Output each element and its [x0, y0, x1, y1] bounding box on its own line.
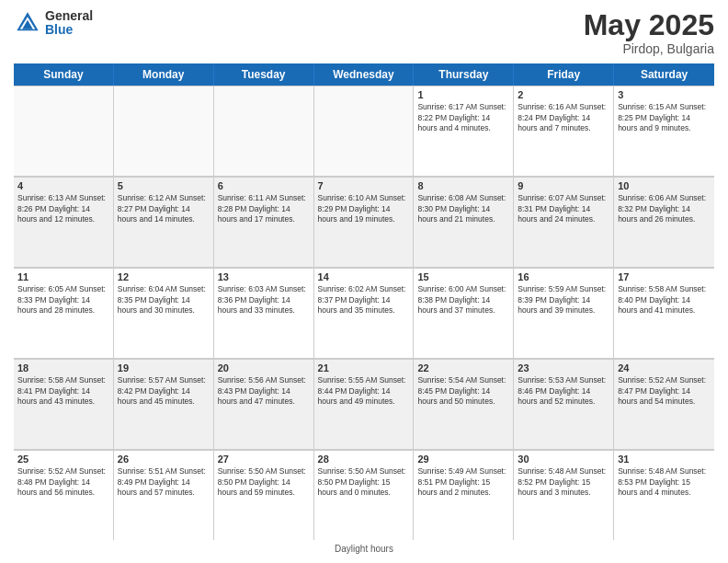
calendar-cell: 11Sunrise: 6:05 AM Sunset: 8:33 PM Dayli…	[14, 268, 114, 358]
calendar-cell: 25Sunrise: 5:52 AM Sunset: 8:48 PM Dayli…	[14, 450, 114, 540]
calendar-cell: 27Sunrise: 5:50 AM Sunset: 8:50 PM Dayli…	[214, 450, 314, 540]
day-number: 16	[518, 271, 609, 282]
calendar-cell: 9Sunrise: 6:07 AM Sunset: 8:31 PM Daylig…	[514, 177, 614, 267]
day-number: 5	[118, 180, 210, 191]
cell-text: Sunrise: 5:49 AM Sunset: 8:51 PM Dayligh…	[417, 466, 509, 498]
cell-text: Sunrise: 5:52 AM Sunset: 8:48 PM Dayligh…	[17, 466, 109, 498]
calendar-cell: 26Sunrise: 5:51 AM Sunset: 8:49 PM Dayli…	[114, 450, 214, 540]
day-number: 17	[618, 271, 711, 282]
logo: General Blue	[14, 9, 93, 38]
page-container: General Blue May 2025 Pirdop, Bulgaria S…	[0, 0, 728, 563]
weekday-header: Wednesday	[314, 63, 415, 86]
cell-text: Sunrise: 5:56 AM Sunset: 8:43 PM Dayligh…	[218, 375, 310, 407]
day-number: 21	[318, 362, 410, 373]
logo-icon	[14, 9, 41, 37]
day-number: 26	[118, 454, 210, 465]
calendar-cell: 19Sunrise: 5:57 AM Sunset: 8:42 PM Dayli…	[114, 359, 214, 449]
weekday-header: Monday	[114, 63, 214, 86]
cell-text: Sunrise: 5:55 AM Sunset: 8:44 PM Dayligh…	[318, 375, 410, 407]
calendar-cell: 21Sunrise: 5:55 AM Sunset: 8:44 PM Dayli…	[314, 359, 415, 449]
calendar-cell: 20Sunrise: 5:56 AM Sunset: 8:43 PM Dayli…	[214, 359, 314, 449]
day-number: 14	[318, 271, 410, 282]
calendar-cell: 28Sunrise: 5:50 AM Sunset: 8:50 PM Dayli…	[314, 450, 415, 540]
day-number: 28	[318, 454, 410, 465]
calendar-row: 18Sunrise: 5:58 AM Sunset: 8:41 PM Dayli…	[14, 359, 714, 450]
calendar-cell: 15Sunrise: 6:00 AM Sunset: 8:38 PM Dayli…	[414, 268, 514, 358]
calendar-cell: 2Sunrise: 6:16 AM Sunset: 8:24 PM Daylig…	[514, 86, 614, 176]
calendar-cell: 6Sunrise: 6:11 AM Sunset: 8:28 PM Daylig…	[214, 177, 314, 267]
logo-general-text: General	[45, 9, 93, 23]
calendar-row: 4Sunrise: 6:13 AM Sunset: 8:26 PM Daylig…	[14, 177, 714, 268]
day-number: 24	[618, 362, 711, 373]
day-number: 25	[17, 454, 109, 465]
calendar: SundayMondayTuesdayWednesdayThursdayFrid…	[14, 63, 714, 540]
footer-note: Daylight hours	[14, 544, 714, 554]
calendar-cell: 5Sunrise: 6:12 AM Sunset: 8:27 PM Daylig…	[114, 177, 214, 267]
day-number: 3	[618, 89, 711, 100]
cell-text: Sunrise: 5:48 AM Sunset: 8:53 PM Dayligh…	[618, 466, 711, 498]
cell-text: Sunrise: 5:58 AM Sunset: 8:41 PM Dayligh…	[17, 375, 109, 407]
cell-text: Sunrise: 6:12 AM Sunset: 8:27 PM Dayligh…	[118, 193, 210, 224]
calendar-cell: 31Sunrise: 5:48 AM Sunset: 8:53 PM Dayli…	[614, 450, 714, 540]
day-number: 20	[218, 362, 310, 373]
day-number: 15	[417, 271, 509, 282]
day-number: 9	[518, 180, 609, 191]
calendar-cell: 22Sunrise: 5:54 AM Sunset: 8:45 PM Dayli…	[414, 359, 514, 449]
day-number: 29	[417, 454, 509, 465]
cell-text: Sunrise: 5:50 AM Sunset: 8:50 PM Dayligh…	[218, 466, 310, 498]
day-number: 7	[318, 180, 410, 191]
calendar-cell: 30Sunrise: 5:48 AM Sunset: 8:52 PM Dayli…	[514, 450, 614, 540]
cell-text: Sunrise: 5:52 AM Sunset: 8:47 PM Dayligh…	[618, 375, 711, 407]
calendar-cell: 4Sunrise: 6:13 AM Sunset: 8:26 PM Daylig…	[14, 177, 114, 267]
day-number: 6	[218, 180, 310, 191]
empty-cell	[14, 86, 114, 176]
cell-text: Sunrise: 5:51 AM Sunset: 8:49 PM Dayligh…	[118, 466, 210, 498]
empty-cell	[114, 86, 214, 176]
day-number: 4	[17, 180, 109, 191]
cell-text: Sunrise: 6:07 AM Sunset: 8:31 PM Dayligh…	[518, 193, 609, 224]
header: General Blue May 2025 Pirdop, Bulgaria	[14, 9, 714, 56]
calendar-cell: 10Sunrise: 6:06 AM Sunset: 8:32 PM Dayli…	[614, 177, 714, 267]
calendar-cell: 17Sunrise: 5:58 AM Sunset: 8:40 PM Dayli…	[614, 268, 714, 358]
cell-text: Sunrise: 5:50 AM Sunset: 8:50 PM Dayligh…	[318, 466, 410, 498]
calendar-cell: 8Sunrise: 6:08 AM Sunset: 8:30 PM Daylig…	[414, 177, 514, 267]
cell-text: Sunrise: 5:59 AM Sunset: 8:39 PM Dayligh…	[518, 284, 609, 316]
logo-text: General Blue	[45, 9, 93, 38]
empty-cell	[314, 86, 415, 176]
calendar-row: 1Sunrise: 6:17 AM Sunset: 8:22 PM Daylig…	[14, 86, 714, 177]
day-number: 22	[417, 362, 509, 373]
day-number: 31	[618, 454, 711, 465]
day-number: 11	[17, 271, 109, 282]
calendar-cell: 14Sunrise: 6:02 AM Sunset: 8:37 PM Dayli…	[314, 268, 415, 358]
cell-text: Sunrise: 5:54 AM Sunset: 8:45 PM Dayligh…	[417, 375, 509, 407]
weekday-header: Tuesday	[214, 63, 314, 86]
cell-text: Sunrise: 6:17 AM Sunset: 8:22 PM Dayligh…	[417, 102, 509, 133]
cell-text: Sunrise: 6:15 AM Sunset: 8:25 PM Dayligh…	[618, 102, 711, 133]
cell-text: Sunrise: 5:48 AM Sunset: 8:52 PM Dayligh…	[518, 466, 609, 498]
calendar-cell: 12Sunrise: 6:04 AM Sunset: 8:35 PM Dayli…	[114, 268, 214, 358]
day-number: 8	[417, 180, 509, 191]
calendar-cell: 3Sunrise: 6:15 AM Sunset: 8:25 PM Daylig…	[614, 86, 714, 176]
day-number: 12	[118, 271, 210, 282]
cell-text: Sunrise: 5:58 AM Sunset: 8:40 PM Dayligh…	[618, 284, 711, 316]
logo-blue-text: Blue	[45, 23, 93, 37]
day-number: 23	[518, 362, 609, 373]
calendar-cell: 24Sunrise: 5:52 AM Sunset: 8:47 PM Dayli…	[614, 359, 714, 449]
cell-text: Sunrise: 6:16 AM Sunset: 8:24 PM Dayligh…	[518, 102, 609, 133]
cell-text: Sunrise: 5:53 AM Sunset: 8:46 PM Dayligh…	[518, 375, 609, 407]
calendar-cell: 13Sunrise: 6:03 AM Sunset: 8:36 PM Dayli…	[214, 268, 314, 358]
weekday-header: Thursday	[414, 63, 514, 86]
calendar-header: SundayMondayTuesdayWednesdayThursdayFrid…	[14, 63, 714, 86]
cell-text: Sunrise: 6:10 AM Sunset: 8:29 PM Dayligh…	[318, 193, 410, 224]
day-number: 19	[118, 362, 210, 373]
calendar-body: 1Sunrise: 6:17 AM Sunset: 8:22 PM Daylig…	[14, 86, 714, 540]
calendar-cell: 18Sunrise: 5:58 AM Sunset: 8:41 PM Dayli…	[14, 359, 114, 449]
day-number: 18	[17, 362, 109, 373]
cell-text: Sunrise: 6:11 AM Sunset: 8:28 PM Dayligh…	[218, 193, 310, 224]
day-number: 13	[218, 271, 310, 282]
day-number: 27	[218, 454, 310, 465]
calendar-row: 11Sunrise: 6:05 AM Sunset: 8:33 PM Dayli…	[14, 268, 714, 359]
cell-text: Sunrise: 6:08 AM Sunset: 8:30 PM Dayligh…	[417, 193, 509, 224]
calendar-cell: 16Sunrise: 5:59 AM Sunset: 8:39 PM Dayli…	[514, 268, 614, 358]
day-number: 2	[518, 89, 609, 100]
